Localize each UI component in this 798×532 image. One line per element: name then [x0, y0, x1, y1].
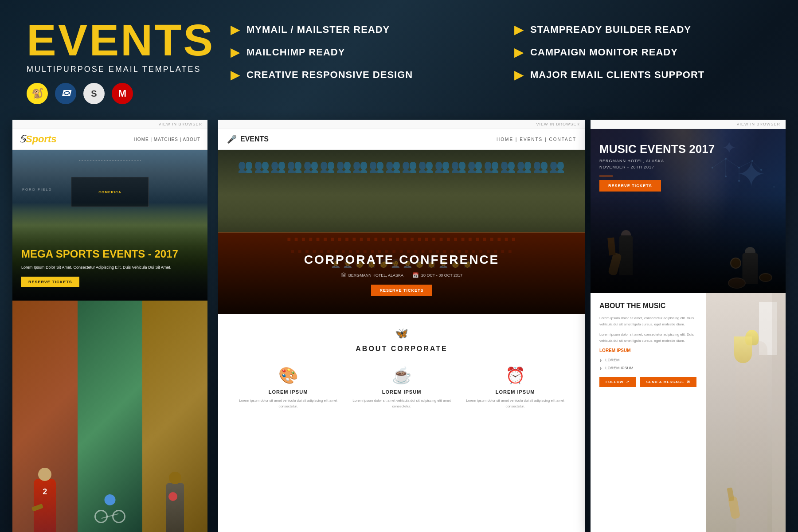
- feature-email-clients: ▶ MAJOR EMAIL CLIENTS SUPPORT: [514, 67, 771, 82]
- corporate-reserve-button[interactable]: RESERVE TICKETS: [371, 285, 433, 296]
- sports-view-browser[interactable]: VIEW IN BROWSER: [12, 120, 207, 129]
- sports-hero-content: MEGA SPORTS EVENTS - 2017 Lorem Ipsum Do…: [21, 248, 199, 287]
- corporate-feature-3: ⏰ LOREM IPSUM Lorem ipsum dolor sit amet…: [463, 366, 567, 410]
- butterfly-icon: 🦋: [236, 327, 567, 340]
- gallery-bike: [78, 301, 143, 532]
- calendar-icon: 📅: [412, 272, 419, 278]
- arrow-icon-6: ▶: [514, 67, 524, 82]
- corporate-info-bar: 🏛 BERGMANN HOTEL, ALASKA 📅 20 OCT - 30 O…: [218, 272, 585, 278]
- sports-template: VIEW IN BROWSER 𝕊Sports HOME | MATCHES |…: [12, 120, 207, 532]
- gallery-football: 2: [12, 301, 78, 532]
- sports-nav-links: HOME | MATCHES | ABOUT: [134, 137, 200, 142]
- corporate-nav-links: HOME | EVENTS | CONTACT: [497, 137, 576, 142]
- feature-stampready: ▶ STAMPREADY BUILDER READY: [514, 22, 771, 37]
- music-hero-content: MUSIC EVENTS 2017 BERGMANN HOTEL, ALASKA…: [599, 142, 777, 192]
- sports-hero: ● ● ● ● ● ● ● ● ● ● ● ● ● ● ● ● ● ● ● ● …: [12, 150, 207, 301]
- features-section: ▶ MYMAIL / MAILSTER READY ▶ STAMPREADY B…: [213, 18, 771, 82]
- music-list-item-2: ♪ LOREM IPSUM: [599, 365, 697, 371]
- music-send-button[interactable]: SEND A MESSAGE ✉: [640, 377, 696, 387]
- microphone-icon: 🎤: [227, 134, 237, 144]
- corporate-features-list: 🎨 LOREM IPSUM Lorem ipsum dolor sit amet…: [236, 366, 567, 410]
- music-note-icon-1: ♪: [599, 357, 602, 363]
- arrow-icon-2: ▶: [514, 22, 524, 37]
- feature-campaign: ▶ CAMPAIGN MONITOR READY: [514, 45, 771, 59]
- about-music-text-1: Lorem ipsum dolor sit amet, consectetur …: [599, 315, 697, 327]
- sports-nav: 𝕊Sports HOME | MATCHES | ABOUT: [12, 129, 207, 150]
- mymail-logo: ✉: [55, 83, 76, 104]
- corporate-event-title: CORPORATE CONFERENCE: [218, 253, 585, 267]
- feature-3-desc: Lorem ipsum dolor sit amet vehicula dui …: [463, 398, 567, 410]
- corporate-location: 🏛 BERGMANN HOTEL, ALASKA: [341, 272, 403, 278]
- corporate-logo: 🎤 EVENTS: [227, 134, 269, 144]
- monitor-logo: M: [112, 83, 133, 104]
- feature-text-1: MYMAIL / MAILSTER READY: [246, 24, 390, 35]
- brand-logos: 🐒 ✉ S M: [27, 83, 213, 104]
- clock-icon: ⏰: [463, 366, 567, 385]
- coffee-icon: ☕: [349, 366, 454, 385]
- feature-text-2: STAMPREADY BUILDER READY: [530, 24, 691, 35]
- feature-text-6: MAJOR EMAIL CLIENTS SUPPORT: [530, 69, 704, 81]
- feature-text-3: MAILCHIMP READY: [246, 47, 345, 58]
- sports-event-title: MEGA SPORTS EVENTS - 2017: [21, 248, 199, 261]
- music-follow-button[interactable]: FOLLOW ↗: [599, 377, 636, 387]
- feature-text-4: CAMPAIGN MONITOR READY: [530, 47, 678, 58]
- corporate-nav: 🎤 EVENTS HOME | EVENTS | CONTACT: [218, 129, 585, 150]
- sports-gallery: 2: [12, 301, 207, 532]
- music-event-title: MUSIC EVENTS 2017: [599, 142, 777, 156]
- music-action-buttons: FOLLOW ↗ SEND A MESSAGE ✉: [599, 377, 697, 387]
- feature-2-desc: Lorem ipsum dolor sit amet vehicula dui …: [349, 398, 454, 410]
- music-location: BERGMANN HOTEL, ALASKA: [599, 159, 777, 163]
- music-view-browser[interactable]: VIEW IN BROWSER: [591, 120, 786, 129]
- gallery-basketball: [142, 301, 207, 532]
- corporate-template: VIEW IN BROWSER 🎤 EVENTS HOME | EVENTS |…: [218, 120, 585, 532]
- feature-1-name: LOREM IPSUM: [236, 389, 340, 395]
- message-icon: ✉: [687, 380, 690, 384]
- arrow-icon-1: ▶: [231, 22, 240, 37]
- mailchimp-logo: 🐒: [27, 83, 48, 104]
- feature-responsive: ▶ CREATIVE RESPONSIVE DESIGN: [231, 67, 488, 82]
- about-music-text-2: Lorem ipsum dolor sit amet, consectetur …: [599, 332, 697, 344]
- music-hero: ✦ ✦ ·: [591, 129, 786, 293]
- arrow-icon-3: ▶: [231, 45, 240, 59]
- lorem-ipsum-link[interactable]: LOREM IPSUM: [599, 348, 697, 353]
- feature-2-name: LOREM IPSUM: [349, 389, 454, 395]
- arrow-icon-5: ▶: [231, 67, 240, 82]
- brand-subtitle: MULTIPURPOSE EMAIL TEMPLATES: [27, 65, 213, 74]
- about-music-title: ABOUT THE MUSIC: [599, 302, 697, 310]
- music-info-panel: ABOUT THE MUSIC Lorem ipsum dolor sit am…: [591, 293, 786, 532]
- music-note-icon-2: ♪: [599, 365, 602, 371]
- share-icon: ↗: [626, 380, 630, 384]
- feature-1-desc: Lorem ipsum dolor sit amet vehicula dui …: [236, 398, 340, 410]
- music-girl-image: [706, 293, 786, 532]
- ford-field-label: FORD FIELD: [22, 188, 52, 192]
- music-orange-divider: [599, 176, 613, 176]
- sports-reserve-button[interactable]: RESERVE TICKETS: [21, 277, 79, 287]
- paint-icon: 🎨: [236, 366, 340, 385]
- feature-mymail: ▶ MYMAIL / MAILSTER READY: [231, 22, 488, 37]
- feature-mailchimp: ▶ MAILCHIMP READY: [231, 45, 488, 59]
- corporate-hero-content: CORPORATE CONFERENCE 🏛 BERGMANN HOTEL, A…: [218, 253, 585, 296]
- stampready-logo: S: [83, 83, 105, 104]
- music-template: VIEW IN BROWSER ✦ ✦ ·: [591, 120, 786, 532]
- templates-area: VIEW IN BROWSER 𝕊Sports HOME | MATCHES |…: [0, 120, 798, 532]
- music-date: NOVEMBER - 26TH 2017: [599, 165, 777, 169]
- building-icon: 🏛: [341, 272, 346, 278]
- brand-title: EVENTS: [27, 18, 213, 62]
- feature-3-name: LOREM IPSUM: [463, 389, 567, 395]
- music-text-content: ABOUT THE MUSIC Lorem ipsum dolor sit am…: [591, 293, 706, 532]
- brand-section: EVENTS MULTIPURPOSE EMAIL TEMPLATES 🐒 ✉ …: [27, 18, 213, 104]
- corporate-hero: 👥👥👥👥👥👥👥👥👥👥👥👥👥👥👥👥👥👥👥👥 ■ ■ ■ ■ ■ ■ ■ ■ ■ ■…: [218, 150, 585, 314]
- corporate-feature-1: 🎨 LOREM IPSUM Lorem ipsum dolor sit amet…: [236, 366, 340, 410]
- corporate-date: 📅 20 OCT - 30 OCT 2017: [412, 272, 462, 278]
- sports-logo: 𝕊Sports: [20, 133, 57, 145]
- music-list-item-1: ♪ LOREM: [599, 357, 697, 363]
- arrow-icon-4: ▶: [514, 45, 524, 59]
- corporate-view-browser[interactable]: VIEW IN BROWSER: [218, 120, 585, 129]
- sports-event-desc: Lorem Ipsum Dolor Sit Amet. Consectetur …: [21, 264, 199, 270]
- about-corporate-title: ABOUT CORPORATE: [236, 345, 567, 353]
- feature-text-5: CREATIVE RESPONSIVE DESIGN: [246, 69, 413, 81]
- corporate-feature-2: ☕ LOREM IPSUM Lorem ipsum dolor sit amet…: [349, 366, 454, 410]
- header-area: EVENTS MULTIPURPOSE EMAIL TEMPLATES 🐒 ✉ …: [0, 0, 798, 124]
- music-reserve-button[interactable]: RESERVE TICKETS: [599, 180, 661, 192]
- about-corporate: 🦋 ABOUT CORPORATE 🎨 LOREM IPSUM Lorem ip…: [218, 314, 585, 532]
